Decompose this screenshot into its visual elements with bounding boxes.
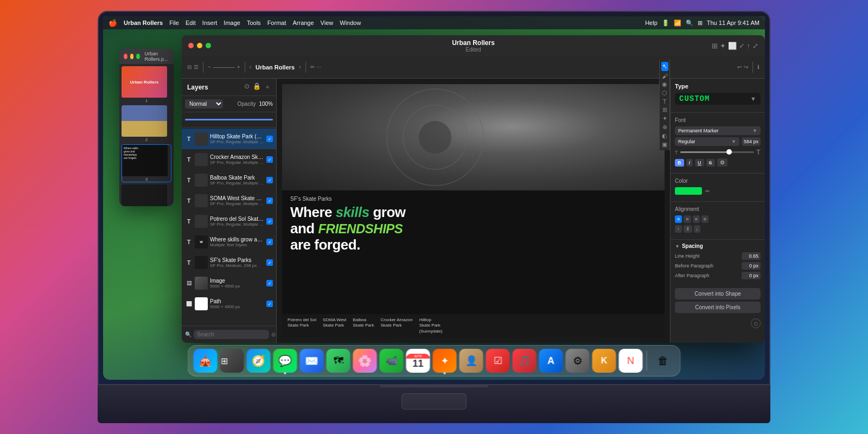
dock-icon-launchpad[interactable]: ⊞ [220, 349, 244, 373]
align-center-button[interactable]: ≡ [684, 215, 691, 223]
px-close-button[interactable] [188, 43, 194, 48]
dock-icon-music[interactable]: 🎵 [513, 349, 537, 373]
pdf-thumbnail-3[interactable]: Where skillsgrow andfriendshipsare forge… [122, 144, 171, 182]
shape-tool[interactable]: ⬡ [662, 90, 667, 97]
layer-visible-2[interactable]: ✓ [266, 177, 273, 183]
dock-icon-news[interactable]: N [619, 349, 643, 373]
clone-tool[interactable]: ⊕ [662, 124, 667, 131]
menubar-format[interactable]: Format [267, 20, 286, 26]
menubar-help[interactable]: Help [645, 20, 658, 26]
layers-search-input[interactable] [194, 330, 269, 339]
color-edit-icon[interactable]: ✏ [705, 188, 710, 194]
layer-item-0[interactable]: T Hilltop Skate Park (Sun... SF Pro, Reg… [182, 129, 276, 149]
dock-icon-keynote[interactable]: K [592, 349, 616, 373]
toolbar-arrow-right[interactable]: › [299, 64, 301, 70]
menubar-search-icon[interactable]: 🔍 [686, 20, 693, 27]
toolbar-undo-icon[interactable]: ↩ [737, 64, 742, 70]
layers-add-icon[interactable]: ＋ [264, 82, 271, 92]
align-bottom-button[interactable]: ↓ [694, 225, 701, 233]
menubar-edit[interactable]: Edit [186, 20, 196, 26]
font-style-select[interactable]: Regular ▼ [675, 137, 739, 146]
layer-item-3[interactable]: T SOMA West Skate Park SF Pro, Regular, … [182, 190, 276, 211]
dock-icon-messages[interactable]: 💬 [273, 349, 297, 373]
align-right-button[interactable]: ≡ [693, 215, 700, 223]
layer-visible-5[interactable]: ✓ [266, 239, 273, 245]
blend-mode-select[interactable]: Normal [185, 99, 223, 108]
line-height-value[interactable]: 0.65 [742, 252, 761, 260]
layer-item-4[interactable]: T Potrero del Sol Skate... SF Pro, Regul… [182, 211, 276, 232]
layer-visible-3[interactable]: ✓ [266, 197, 273, 204]
font-size-value[interactable]: 584 px [742, 137, 761, 146]
px-minimize-button[interactable] [197, 43, 202, 48]
align-top-button[interactable]: ↑ [675, 225, 682, 233]
align-middle-button[interactable]: ⇕ [684, 225, 692, 233]
dock-icon-safari[interactable]: 🧭 [247, 349, 271, 373]
dock-icon-facetime[interactable]: 📹 [380, 349, 404, 373]
type-selector[interactable]: Custom ▼ [675, 93, 761, 105]
dock-icon-maps[interactable]: 🗺 [327, 349, 350, 373]
close-button[interactable] [124, 54, 127, 59]
dock-icon-finder[interactable]: 🎪 [194, 349, 218, 373]
toolbar-view-btn[interactable]: ☰ [194, 64, 199, 70]
paint-tool[interactable]: 🖌 [662, 79, 668, 79]
minimize-button[interactable] [130, 54, 134, 59]
align-left-button[interactable]: ≡ [675, 215, 682, 223]
share-icon[interactable]: ↑ [747, 42, 751, 50]
eye-tool[interactable]: ◐ [662, 132, 667, 139]
align-justify-button[interactable]: ≡ [701, 215, 709, 223]
dock-icon-pixelmator[interactable]: ✦ [433, 349, 457, 373]
layers-icon[interactable]: ⊞ [712, 42, 718, 50]
convert-shape-button[interactable]: Convert into Shape [675, 288, 761, 299]
layer-item-1[interactable]: T Crocker Amazon Skate... SF Pro, Regula… [182, 149, 276, 170]
layer-visible-8[interactable]: ✓ [266, 301, 273, 307]
menubar-controlcenter-icon[interactable]: ⊞ [698, 20, 703, 27]
color-swatch[interactable] [675, 187, 702, 195]
layer-visible-0[interactable]: ✓ [266, 136, 273, 142]
menubar-image[interactable]: Image [224, 20, 240, 26]
toolbar-sidebar-btn[interactable]: ⊟ [187, 64, 192, 70]
dock-icon-mail[interactable]: ✉️ [300, 349, 324, 373]
toolbar-redo-icon[interactable]: ↪ [744, 64, 748, 70]
font-name-select[interactable]: Permanent Marker ▼ [675, 126, 761, 135]
crop-icon[interactable]: ⬜ [728, 42, 737, 50]
dock-icon-reminders[interactable]: ☑ [486, 349, 510, 373]
toolbar-info-icon[interactable]: ℹ [757, 64, 760, 70]
layers-search-settings-icon[interactable]: ⊙ [271, 331, 276, 337]
checkmark-icon[interactable]: ✓ [739, 42, 745, 50]
apple-menu[interactable]: 🍎 [108, 19, 117, 27]
dock-icon-photos[interactable]: 🌸 [353, 349, 377, 373]
pdf-thumbnail-1[interactable]: Urban Rollers 1 [122, 66, 171, 103]
ml-icon[interactable]: ✦ [720, 42, 726, 50]
layer-item-8[interactable]: ⬜ Path 5000 × 4500 px ✓ [182, 293, 276, 314]
menubar-insert[interactable]: Insert [202, 20, 218, 26]
toolbar-zoom-out[interactable]: − [208, 64, 211, 70]
retouch-tool[interactable]: ✦ [662, 115, 667, 122]
font-size-slider[interactable] [680, 151, 755, 153]
layer-visible-4[interactable]: ✓ [266, 218, 273, 225]
layer-item-5[interactable]: T W Where skills grow and... Multiple Te… [182, 232, 276, 252]
dock-icon-appstore[interactable]: A [539, 349, 563, 373]
toolbar-pen-icon[interactable]: ✏ [310, 64, 315, 70]
convert-pixels-button[interactable]: Convert into Pixels [675, 302, 761, 313]
layer-visible-1[interactable]: ✓ [266, 156, 273, 163]
pdf-thumbnail-2[interactable]: 2 [122, 105, 171, 142]
menubar-arrange[interactable]: Arrange [292, 20, 314, 26]
menubar-window[interactable]: Window [340, 20, 361, 26]
layers-lock-icon[interactable]: 🔒 [253, 82, 261, 92]
layer-item-6[interactable]: T SF's Skate Parks SF Pro, Medium, 298 p… [182, 252, 276, 273]
gradient-tool[interactable]: ▣ [662, 141, 667, 148]
menubar-app-name[interactable]: Urban Rollers [124, 20, 163, 26]
before-paragraph-value[interactable]: 0 px [742, 262, 761, 270]
menubar-view[interactable]: View [321, 20, 334, 26]
opacity-slider[interactable] [185, 119, 273, 120]
maximize-button[interactable] [136, 54, 140, 59]
layer-item-7[interactable]: 🖼 Image 5000 × 4500 px ✓ [182, 273, 276, 293]
toolbar-zoom-slider[interactable]: ———— [213, 64, 235, 70]
dock-icon-trash[interactable]: 🗑 [651, 349, 675, 373]
toolbar-arrow-left[interactable]: ‹ [250, 64, 251, 70]
underline-button[interactable]: U [695, 159, 704, 167]
layer-visible-6[interactable]: ✓ [266, 259, 273, 266]
canvas-area[interactable]: SF's Skate Parks Where skills grow and F… [277, 79, 670, 343]
dock-icon-contacts[interactable]: 👤 [459, 349, 483, 373]
fill-tool[interactable]: ◉ [662, 81, 667, 88]
